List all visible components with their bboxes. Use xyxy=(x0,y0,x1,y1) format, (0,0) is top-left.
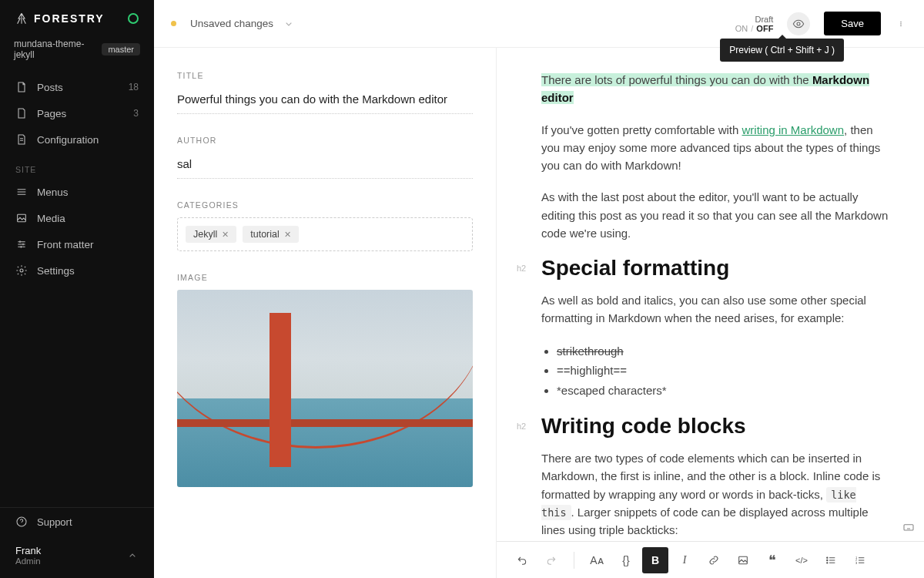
eye-icon xyxy=(792,18,805,30)
sidebar: FORESTRY mundana-theme-jekyll master Pos… xyxy=(0,0,154,578)
svg-text:3: 3 xyxy=(855,560,858,564)
sliders-icon xyxy=(15,238,28,250)
project-name: mundana-theme-jekyll xyxy=(14,39,95,60)
remove-tag-button[interactable]: ✕ xyxy=(222,230,229,240)
sidebar-item-configuration[interactable]: Configuration xyxy=(0,126,154,153)
topbar: Unsaved changes Draft ON / OFF Save Prev… xyxy=(154,0,924,48)
svg-rect-7 xyxy=(904,525,913,530)
help-icon xyxy=(15,516,28,528)
image-button[interactable] xyxy=(730,547,756,573)
document-icon xyxy=(15,133,28,146)
markdown-link[interactable]: writing in Markdown xyxy=(742,123,845,136)
sidebar-item-label: Pages xyxy=(37,108,66,119)
image-icon xyxy=(15,212,28,224)
editor-content[interactable]: There are lots of powerful things you ca… xyxy=(497,48,924,541)
project-selector[interactable]: mundana-theme-jekyll master xyxy=(0,31,154,74)
posts-count: 18 xyxy=(129,82,139,92)
draft-label: Draft xyxy=(755,15,774,24)
title-field[interactable]: Powerful things you can do with the Mark… xyxy=(177,88,473,114)
editor-pane: There are lots of powerful things you ca… xyxy=(497,48,924,578)
menu-icon xyxy=(15,186,28,198)
site-section-label: SITE xyxy=(0,153,154,179)
heading-2: h2Special formatting xyxy=(541,256,889,281)
sidebar-item-label: Media xyxy=(37,213,65,224)
document-icon xyxy=(15,81,28,93)
chevron-down-icon[interactable] xyxy=(283,18,295,30)
svg-point-3 xyxy=(797,22,800,25)
svg-point-1 xyxy=(20,269,23,272)
logo-row: FORESTRY xyxy=(0,0,154,31)
preview-button[interactable] xyxy=(787,12,810,35)
user-menu[interactable]: Frank Admin xyxy=(0,536,154,578)
author-field-label: AUTHOR xyxy=(177,136,473,145)
numbered-list-button[interactable]: 123 xyxy=(847,547,873,573)
sidebar-item-media[interactable]: Media xyxy=(0,205,154,231)
sidebar-item-pages[interactable]: Pages 3 xyxy=(0,100,154,126)
code-button[interactable]: </> xyxy=(788,547,815,573)
text-style-button[interactable]: Aᴀ xyxy=(584,547,610,573)
front-matter-form: TITLE Powerful things you can do with th… xyxy=(154,48,497,578)
italic-button[interactable]: I xyxy=(671,547,698,573)
image-field[interactable] xyxy=(177,290,473,487)
author-field[interactable]: sal xyxy=(177,153,473,179)
quote-button[interactable]: ❝ xyxy=(759,547,785,573)
save-button[interactable]: Save xyxy=(824,12,881,35)
svg-point-5 xyxy=(901,23,902,24)
branch-chip: master xyxy=(102,43,140,55)
sidebar-item-label: Posts xyxy=(37,82,63,93)
draft-on: ON xyxy=(735,24,748,33)
keyboard-icon[interactable] xyxy=(902,521,915,533)
sidebar-item-front-matter[interactable]: Front matter xyxy=(0,231,154,257)
categories-field-label: CATEGORIES xyxy=(177,200,473,210)
title-field-label: TITLE xyxy=(177,71,473,80)
user-name: Frank xyxy=(15,545,41,556)
redo-button[interactable] xyxy=(538,547,564,573)
more-menu-button[interactable] xyxy=(895,18,907,30)
category-tag: Jekyll✕ xyxy=(186,226,236,243)
undo-button[interactable] xyxy=(509,547,535,573)
status-indicator-icon xyxy=(128,13,139,24)
sidebar-item-label: Front matter xyxy=(37,239,94,250)
svg-rect-0 xyxy=(18,214,26,221)
chevron-up-icon xyxy=(126,549,139,562)
svg-point-10 xyxy=(827,560,828,560)
svg-point-9 xyxy=(827,557,828,558)
sidebar-item-posts[interactable]: Posts 18 xyxy=(0,74,154,100)
draft-toggle[interactable]: Draft ON / OFF xyxy=(735,15,774,33)
sidebar-item-support[interactable]: Support xyxy=(0,507,154,536)
sidebar-item-label: Configuration xyxy=(37,134,99,146)
support-label: Support xyxy=(37,516,72,528)
category-tag: tutorial✕ xyxy=(243,226,299,243)
image-field-label: IMAGE xyxy=(177,273,473,282)
bullet-list-button[interactable] xyxy=(818,547,844,573)
svg-point-11 xyxy=(827,562,828,563)
link-button[interactable] xyxy=(701,547,727,573)
svg-point-4 xyxy=(901,22,902,22)
sidebar-item-settings[interactable]: Settings xyxy=(0,257,154,284)
forestry-logo-icon xyxy=(15,12,28,25)
editor-toolbar: Aᴀ {} B I ❝ </> 123 xyxy=(497,541,924,578)
pages-count: 3 xyxy=(133,108,139,119)
user-role: Admin xyxy=(15,556,41,566)
sidebar-item-menus[interactable]: Menus xyxy=(0,179,154,205)
braces-button[interactable]: {} xyxy=(613,547,639,573)
svg-point-6 xyxy=(901,25,902,25)
svg-rect-8 xyxy=(739,556,748,563)
draft-off: OFF xyxy=(756,24,773,33)
unsaved-label: Unsaved changes xyxy=(190,18,273,29)
sidebar-item-label: Settings xyxy=(37,265,75,277)
sidebar-item-label: Menus xyxy=(37,187,69,198)
brand-name: FORESTRY xyxy=(34,12,105,25)
document-icon xyxy=(15,107,28,119)
gear-icon xyxy=(15,264,28,277)
categories-field[interactable]: Jekyll✕ tutorial✕ xyxy=(177,217,473,251)
unsaved-indicator-icon xyxy=(171,21,176,26)
heading-2: h2Writing code blocks xyxy=(541,414,889,439)
bold-button[interactable]: B xyxy=(642,547,668,573)
remove-tag-button[interactable]: ✕ xyxy=(284,230,291,240)
